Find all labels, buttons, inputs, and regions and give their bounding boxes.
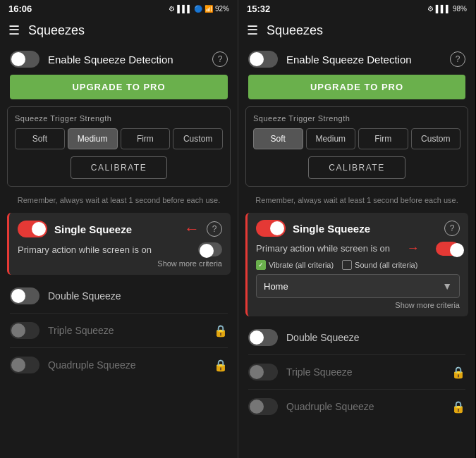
upgrade-button-left[interactable]: UPGRADE TO PRO (10, 75, 228, 99)
vibrate-checkbox[interactable] (256, 260, 266, 270)
help-icon-left[interactable]: ? (212, 51, 228, 67)
calibrate-button-left[interactable]: CALIBRATE (71, 156, 167, 179)
trigger-section-right: Squeeze Trigger Strength Soft Medium Fir… (245, 106, 468, 187)
quadruple-squeeze-toggle-right (248, 398, 278, 415)
trigger-firm-right[interactable]: Firm (358, 128, 408, 149)
trigger-label-left: Squeeze Trigger Strength (15, 114, 223, 123)
lock-icon-quadruple-left: 🔒 (214, 359, 228, 372)
trigger-section-left: Squeeze Trigger Strength Soft Medium Fir… (7, 106, 231, 187)
primary-action-toggle-left[interactable] (198, 242, 222, 256)
enable-toggle-left[interactable] (10, 51, 39, 68)
status-bar-left: 16:06 ⚙ ▌▌▌ 🔵 📶 92% (0, 0, 238, 17)
app-bar-right: ☰ Squeezes (238, 17, 475, 44)
triple-squeeze-label-right: Triple Squeeze (286, 366, 443, 378)
dropdown-arrow-right: ▼ (442, 280, 452, 292)
battery-text-left: 🔵 📶 92% (194, 5, 229, 13)
quadruple-squeeze-label-left: Quadruple Squeeze (48, 359, 205, 371)
triple-squeeze-toggle-right (248, 364, 278, 380)
checkbox-row-right: Vibrate (all criteria) Sound (all criter… (256, 260, 460, 270)
red-arrow-right: → (407, 241, 420, 256)
single-squeeze-card-right: Single Squeeze ? Primary action while sc… (245, 213, 468, 316)
enable-label-left: Enable Squeeze Detection (48, 54, 204, 66)
primary-action-row-right: Primary action while screen is on → (256, 241, 460, 256)
enable-row-right: Enable Squeeze Detection ? (238, 44, 475, 72)
help-icon-squeeze-left[interactable]: ? (207, 221, 222, 237)
red-arrow-left: ← (184, 220, 200, 238)
primary-action-label-right: Primary action while screen is on (256, 243, 390, 254)
show-more-right[interactable]: Show more criteria (256, 301, 460, 309)
bluetooth-icon-right: ⚙ (427, 5, 434, 13)
remember-text-left: Remember, always wait at least 1 second … (0, 191, 238, 210)
trigger-custom-left[interactable]: Custom (173, 128, 223, 149)
action-dropdown-right[interactable]: Home ▼ (256, 274, 460, 298)
help-icon-right[interactable]: ? (450, 51, 465, 67)
double-squeeze-toggle-right[interactable] (248, 329, 278, 346)
menu-icon-right[interactable]: ☰ (247, 23, 258, 38)
single-squeeze-toggle-left[interactable] (18, 221, 47, 237)
upgrade-button-right[interactable]: UPGRADE TO PRO (248, 75, 465, 99)
trigger-soft-right[interactable]: Soft (253, 128, 303, 149)
double-squeeze-label-left: Double Squeeze (48, 290, 228, 302)
show-more-left[interactable]: Show more criteria (18, 259, 222, 268)
app-bar-left: ☰ Squeezes (0, 17, 238, 44)
signal-icon: ▌▌▌ (177, 5, 192, 13)
triple-squeeze-item-right: Triple Squeeze 🔒 (238, 355, 475, 389)
single-squeeze-header-right: Single Squeeze ? (256, 220, 460, 237)
triple-squeeze-label-left: Triple Squeeze (48, 325, 205, 336)
menu-icon-left[interactable]: ☰ (8, 23, 20, 38)
trigger-soft-left[interactable]: Soft (15, 128, 65, 149)
remember-text-right: Remember, always wait at least 1 second … (238, 191, 475, 210)
status-icons-left: ⚙ ▌▌▌ 🔵 📶 92% (169, 5, 229, 13)
primary-action-label-left: Primary action while screen is on (18, 245, 152, 255)
bluetooth-icon: ⚙ (169, 5, 175, 13)
trigger-firm-left[interactable]: Firm (121, 128, 171, 149)
lock-icon-triple-right: 🔒 (451, 366, 465, 379)
double-squeeze-label-right: Double Squeeze (286, 332, 465, 343)
quadruple-squeeze-toggle-left (10, 357, 39, 373)
enable-toggle-right[interactable] (248, 51, 278, 68)
status-icons-right: ⚙ ▌▌▌ 98% (427, 5, 467, 13)
primary-action-toggle-right[interactable] (436, 242, 460, 256)
double-squeeze-toggle-left[interactable] (10, 287, 39, 304)
trigger-buttons-right: Soft Medium Firm Custom (253, 128, 460, 149)
quadruple-squeeze-item-left: Quadruple Squeeze 🔒 (0, 348, 238, 382)
left-panel: 16:06 ⚙ ▌▌▌ 🔵 📶 92% ☰ Squeezes Enable Sq… (0, 0, 238, 458)
app-title-right: Squeezes (267, 23, 323, 38)
single-squeeze-header-left: Single Squeeze ← ? (18, 220, 222, 238)
triple-squeeze-toggle-left (10, 322, 39, 339)
status-time-right: 15:32 (247, 4, 270, 14)
triple-squeeze-item-left: Triple Squeeze 🔒 (0, 314, 238, 347)
sound-checkbox-item: Sound (all criteria) (342, 260, 417, 270)
sound-label: Sound (all criteria) (355, 261, 417, 269)
trigger-medium-right[interactable]: Medium (306, 128, 356, 149)
double-squeeze-item-left: Double Squeeze (0, 279, 238, 313)
quadruple-squeeze-item-right: Quadruple Squeeze 🔒 (238, 390, 475, 423)
enable-label-right: Enable Squeeze Detection (286, 54, 441, 66)
status-time-left: 16:06 (8, 4, 32, 14)
single-squeeze-toggle-right[interactable] (256, 220, 286, 237)
calibrate-button-right[interactable]: CALIBRATE (308, 156, 405, 179)
sound-checkbox[interactable] (342, 260, 352, 270)
vibrate-label: Vibrate (all criteria) (269, 261, 334, 269)
help-icon-squeeze-right[interactable]: ? (444, 221, 460, 236)
enable-row-left: Enable Squeeze Detection ? (0, 44, 238, 72)
dropdown-value-right: Home (264, 281, 288, 292)
trigger-label-right: Squeeze Trigger Strength (253, 114, 460, 123)
single-squeeze-title-right: Single Squeeze (293, 223, 437, 235)
quadruple-squeeze-label-right: Quadruple Squeeze (286, 401, 443, 412)
lock-icon-quadruple-right: 🔒 (451, 400, 465, 414)
scroll-content-left: Enable Squeeze Detection ? UPGRADE TO PR… (0, 44, 238, 458)
single-squeeze-title-left: Single Squeeze (54, 223, 177, 235)
lock-icon-triple-left: 🔒 (214, 324, 228, 338)
status-bar-right: 15:32 ⚙ ▌▌▌ 98% (238, 0, 475, 17)
scroll-content-right: Enable Squeeze Detection ? UPGRADE TO PR… (238, 44, 475, 458)
double-squeeze-item-right: Double Squeeze (238, 321, 475, 354)
right-panel: 15:32 ⚙ ▌▌▌ 98% ☰ Squeezes Enable Squeez… (238, 0, 475, 458)
primary-action-row-left: Primary action while screen is on (18, 242, 222, 256)
vibrate-checkbox-item: Vibrate (all criteria) (256, 260, 334, 270)
signal-icon-right: ▌▌▌ (436, 5, 451, 13)
trigger-medium-left[interactable]: Medium (68, 128, 118, 149)
battery-text-right: 98% (453, 5, 467, 13)
single-squeeze-card-left: Single Squeeze ← ? Primary action while … (7, 213, 231, 275)
trigger-custom-right[interactable]: Custom (411, 128, 461, 149)
